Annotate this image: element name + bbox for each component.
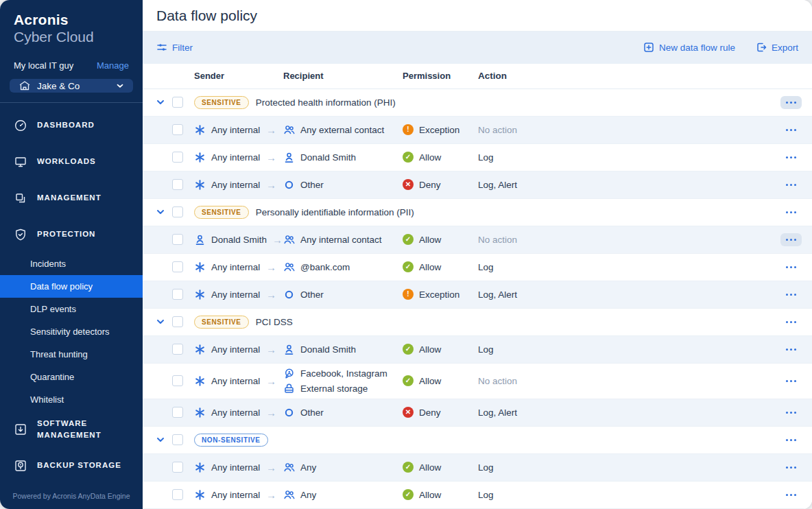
- any-icon: [194, 344, 206, 355]
- rule-row-controls: [143, 375, 194, 386]
- row-checkbox[interactable]: [172, 261, 183, 272]
- rule-row-menu: [769, 233, 812, 246]
- row-checkbox[interactable]: [172, 234, 183, 245]
- sender-label: Any internal: [211, 152, 260, 163]
- sidebar-item-threat-hunting[interactable]: Threat hunting: [0, 343, 143, 366]
- sender-label: Any internal: [211, 289, 260, 300]
- sidebar-item-data-flow-policy[interactable]: Data flow policy: [0, 275, 143, 298]
- people-icon: [283, 489, 295, 501]
- sidebar-item-whitelist[interactable]: Whitelist: [0, 388, 143, 411]
- row-checkbox[interactable]: [172, 206, 183, 217]
- row-checkbox[interactable]: [172, 152, 183, 163]
- row-checkbox[interactable]: [172, 316, 183, 327]
- row-menu-button[interactable]: [780, 96, 802, 109]
- permission-cell: ✓ Allow: [403, 234, 478, 245]
- permission-allow-icon: ✓: [403, 489, 414, 500]
- rule-row-menu: [769, 288, 812, 301]
- row-menu-button[interactable]: [780, 375, 802, 388]
- rule-row-controls: [143, 234, 194, 245]
- row-checkbox[interactable]: [172, 375, 183, 386]
- sensitivity-badge: SENSITIVE: [194, 96, 249, 109]
- row-menu-button[interactable]: [780, 123, 802, 137]
- recipient-entry: Any: [283, 462, 403, 473]
- chevron-spacer: [155, 407, 166, 418]
- row-checkbox[interactable]: [172, 434, 183, 445]
- page-title: Data flow policy: [156, 8, 257, 24]
- permission-exception-icon: !: [403, 124, 414, 135]
- row-menu-button[interactable]: [780, 343, 802, 356]
- permission-deny-icon: ✕: [403, 407, 414, 418]
- row-menu-button[interactable]: [780, 233, 802, 246]
- row-menu-button[interactable]: [780, 488, 802, 501]
- sidebar-item-quarantine[interactable]: Quarantine: [0, 366, 143, 388]
- row-checkbox[interactable]: [172, 289, 183, 300]
- sidebar-item-incidents[interactable]: Incidents: [0, 252, 143, 275]
- filter-label: Filter: [172, 43, 193, 53]
- main-content: Data flow policy Filter: [143, 0, 812, 509]
- row-checkbox[interactable]: [172, 489, 183, 500]
- rule-row-controls: [143, 462, 194, 473]
- recipient-label: Facebook, Instagram: [300, 368, 387, 379]
- recipient-label: Other: [300, 407, 324, 418]
- filter-button[interactable]: Filter: [156, 42, 193, 53]
- sidebar-item-workloads[interactable]: WORKLOADS: [0, 143, 143, 180]
- sidebar-item-software-management[interactable]: SOFTWARE MANAGEMENT: [0, 411, 143, 447]
- sidebar-nav: DASHBOARD WORKLOADS MANAGEMENT PROTECTIO…: [0, 103, 143, 484]
- recipient-label: Other: [300, 180, 324, 190]
- recipient-cell: Other: [283, 407, 403, 418]
- sender-label: Any internal: [211, 490, 260, 500]
- sidebar-item-dlp-events[interactable]: DLP events: [0, 298, 143, 320]
- row-checkbox[interactable]: [172, 407, 183, 418]
- chevron-down-icon[interactable]: [155, 206, 166, 217]
- permission-label: Deny: [419, 407, 441, 418]
- row-menu-button[interactable]: [780, 288, 802, 301]
- sender-label: Any internal: [211, 180, 260, 190]
- any-icon: [194, 152, 206, 163]
- permission-cell: ✓ Allow: [403, 152, 478, 163]
- permission-label: Allow: [419, 462, 441, 473]
- sidebar-item-protection[interactable]: PROTECTION: [0, 216, 143, 252]
- sidebar-item-dashboard[interactable]: DASHBOARD: [0, 107, 143, 143]
- manage-link[interactable]: Manage: [97, 60, 129, 71]
- sidebar-item-backup-storage[interactable]: BACKUP STORAGE: [0, 447, 143, 484]
- chevron-spacer: [155, 375, 166, 386]
- tenant-selector[interactable]: Jake & Co: [10, 79, 133, 93]
- row-menu-button[interactable]: [780, 434, 802, 447]
- row-menu-button[interactable]: [780, 206, 802, 219]
- sidebar-item-label: PROTECTION: [37, 228, 95, 240]
- rule-row-controls: [143, 124, 194, 135]
- export-label: Export: [772, 43, 798, 53]
- recipient-entry: Donald Smith: [283, 152, 403, 163]
- sidebar-item-management[interactable]: MANAGEMENT: [0, 180, 143, 216]
- action-cell: Log: [478, 462, 769, 473]
- row-checkbox[interactable]: [172, 124, 183, 135]
- chevron-down-icon[interactable]: [155, 97, 166, 108]
- policy-rule-row: Any internal → Facebook, InstagramExtern…: [143, 364, 812, 399]
- row-checkbox[interactable]: [172, 179, 183, 190]
- new-data-flow-rule-button[interactable]: New data flow rule: [643, 42, 735, 53]
- group-row-controls: [143, 206, 194, 217]
- row-menu-button[interactable]: [780, 178, 802, 191]
- other-icon: [283, 179, 295, 191]
- row-menu-button[interactable]: [780, 151, 802, 164]
- sender-cell: Any internal →: [194, 462, 283, 473]
- row-menu-button[interactable]: [780, 406, 802, 419]
- toolbar: Filter New data flow rule: [143, 32, 812, 64]
- group-row-menu: [769, 206, 812, 219]
- action-cell: Log: [478, 490, 769, 500]
- row-menu-button[interactable]: [780, 316, 802, 329]
- person-icon: [194, 234, 206, 246]
- row-menu-button[interactable]: [780, 461, 802, 474]
- export-button[interactable]: Export: [756, 42, 798, 53]
- chevron-down-icon[interactable]: [155, 434, 166, 445]
- group-row-main: SENSITIVE Personally identifiable inform…: [194, 206, 769, 219]
- row-menu-button[interactable]: [780, 261, 802, 274]
- row-checkbox[interactable]: [172, 344, 183, 355]
- sender-cell: Any internal →: [194, 289, 283, 300]
- account-row: My local IT guy Manage: [0, 49, 143, 78]
- row-checkbox[interactable]: [172, 462, 183, 473]
- sidebar-item-sensitivity-detectors[interactable]: Sensitivity detectors: [0, 320, 143, 343]
- row-checkbox[interactable]: [172, 97, 183, 108]
- action-cell: Log, Alert: [478, 289, 769, 300]
- chevron-down-icon[interactable]: [155, 316, 166, 327]
